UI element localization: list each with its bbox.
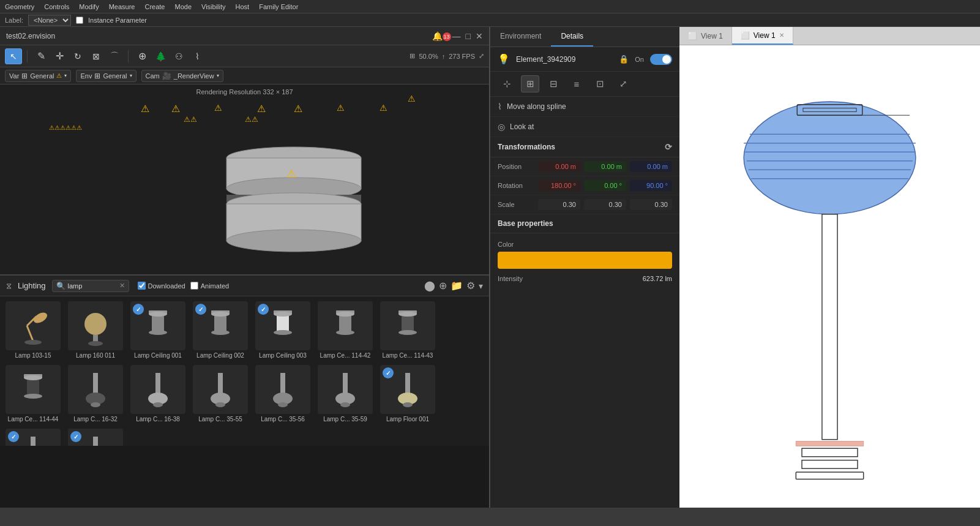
asset-item[interactable]: Lamp C... 16-32	[65, 363, 126, 425]
asset-item[interactable]: Lamp C... 35-56	[252, 363, 313, 425]
asset-item[interactable]: ✓Lamp Floor 002	[2, 426, 64, 446]
asset-item[interactable]: Lamp Ce... 114-44	[2, 363, 64, 425]
asset-item[interactable]: ✓Lamp Ceiling 002	[190, 299, 251, 361]
close-button[interactable]: ✕	[476, 31, 483, 41]
menu-host[interactable]: Host	[236, 3, 250, 10]
rotation-x[interactable]: 180.00 °	[538, 180, 580, 191]
filter2-icon[interactable]: ⊕	[439, 280, 447, 291]
look-at-row[interactable]: ◎ Look at	[490, 117, 679, 137]
scale-x[interactable]: 0.30	[538, 199, 580, 210]
settings-icon[interactable]: ⚙	[466, 280, 475, 291]
position-z[interactable]: 0.00 m	[630, 161, 672, 172]
downloaded-filter[interactable]: Downloaded	[138, 282, 185, 290]
spline-row[interactable]: ⌇ Move along spline	[490, 97, 679, 117]
animated-filter[interactable]: Animated	[190, 282, 229, 290]
search-input[interactable]	[68, 282, 117, 290]
label-bar: Label: <None> Instance Parameter	[0, 13, 980, 27]
place-tool[interactable]: ⊕	[133, 48, 151, 64]
connect-icon[interactable]: ⊹	[498, 75, 516, 92]
asset-thumb-svg	[9, 368, 58, 411]
lock-icon[interactable]: 🔒	[619, 54, 629, 64]
reset-transform-icon[interactable]: ⟳	[665, 142, 672, 152]
asset-item[interactable]: Lamp Ce... 114-43	[377, 299, 438, 361]
asset-label: Lamp C... 35-56	[261, 416, 305, 423]
menu-family-editor[interactable]: Family Editor	[259, 3, 298, 10]
tree-tool[interactable]: 🌲	[152, 48, 169, 64]
scale-tool[interactable]: ⊠	[88, 48, 105, 64]
instance-parameter-checkbox[interactable]	[76, 17, 83, 24]
asset-item[interactable]: Lamp C... 35-55	[190, 363, 251, 425]
tab-details[interactable]: Details	[551, 27, 593, 47]
menu-controls[interactable]: Controls	[44, 3, 69, 10]
expand-viewport-icon[interactable]: ⤢	[479, 52, 484, 60]
list-view-icon[interactable]: ≡	[567, 75, 586, 92]
sphere-icon[interactable]: ⬤	[424, 280, 435, 291]
people-tool[interactable]: ⚇	[170, 48, 187, 64]
panel-view-icon[interactable]: ⊡	[591, 75, 609, 92]
3d-lamp-object[interactable]: ⚠	[214, 133, 373, 264]
expand-icon[interactable]: ⤢	[614, 75, 632, 92]
svg-point-38	[24, 394, 42, 399]
menu-modify[interactable]: Modify	[79, 3, 99, 10]
position-x[interactable]: 0.00 m	[538, 161, 580, 172]
menu-measure[interactable]: Measure	[109, 3, 135, 10]
select-tool[interactable]: ↖	[5, 48, 22, 64]
position-y[interactable]: 0.00 m	[584, 161, 626, 172]
svg-point-56	[403, 402, 413, 407]
brush-tool[interactable]: ✎	[32, 48, 50, 64]
filter-icon[interactable]: ⧖	[6, 281, 12, 291]
revit-tab-close[interactable]: ✕	[779, 32, 784, 39]
path-tool[interactable]: ⌇	[189, 48, 206, 64]
asset-item[interactable]: ✓Lamp Ceiling 001	[127, 299, 189, 361]
base-properties-title: Base properties	[498, 219, 553, 228]
var-dropdown[interactable]: Var ⊞ General ⚠ ▾	[5, 70, 71, 82]
svg-point-37	[24, 375, 42, 380]
zoom-icon: ⊞	[410, 52, 415, 60]
rotate-tool[interactable]: ↻	[69, 48, 86, 64]
on-toggle[interactable]	[650, 54, 672, 65]
asset-item[interactable]: ✓Lamp Ceiling 003	[252, 299, 313, 361]
tab-environment[interactable]: Environment	[490, 27, 551, 47]
revit-view-icon-2: ⬜	[741, 31, 750, 40]
revit-tab-view1-inactive[interactable]: ⬜ View 1	[679, 27, 732, 45]
revit-viewport[interactable]	[679, 45, 980, 508]
rotation-z[interactable]: 90.00 °	[630, 180, 672, 191]
minimize-button[interactable]: —	[452, 31, 461, 41]
menu-geometry[interactable]: Geometry	[5, 3, 34, 10]
properties-tabs: Environment Details	[490, 27, 679, 47]
fps-display: ⊞ 50.0% ↑ 273 FPS ⤢	[410, 52, 484, 60]
asset-item[interactable]: Lamp C... 16-38	[127, 363, 189, 425]
envision-toolbar: ↖ ✎ ✛ ↻ ⊠ ⌒ ⊕ 🌲 ⚇ ⌇ ⊞ 50.0% ↑ 273 FPS	[0, 45, 489, 67]
color-swatch[interactable]	[498, 252, 672, 269]
asset-item[interactable]: Lamp C... 35-59	[315, 363, 376, 425]
menu-create[interactable]: Create	[144, 3, 165, 10]
more-icon[interactable]: ▾	[479, 281, 483, 291]
revit-tab-view1-active[interactable]: ⬜ View 1 ✕	[732, 27, 793, 45]
env-dropdown[interactable]: Env ⊞ General ▾	[76, 70, 136, 82]
asset-item[interactable]: Lamp 103-15	[2, 299, 64, 361]
asset-item[interactable]: Lamp 160 011	[65, 299, 126, 361]
asset-item[interactable]: ✓Lamp Floor 003	[65, 426, 126, 446]
move-tool[interactable]: ✛	[51, 48, 68, 64]
menu-visibility[interactable]: Visibility	[201, 3, 226, 10]
cam-dropdown[interactable]: Cam 🎥 _RenderView ▾	[141, 70, 223, 82]
asset-item[interactable]: ✓Lamp Floor 001	[377, 363, 438, 425]
scale-label: Scale	[498, 201, 534, 208]
clear-search-icon[interactable]: ✕	[119, 282, 125, 290]
menu-mode[interactable]: Mode	[175, 3, 192, 10]
asset-item[interactable]: Lamp Ce... 114-42	[315, 299, 376, 361]
table-view-icon[interactable]: ⊟	[544, 75, 563, 92]
maximize-button[interactable]: □	[466, 31, 471, 41]
svg-point-53	[340, 402, 350, 407]
lasso-tool[interactable]: ⌒	[106, 48, 123, 64]
rotation-y[interactable]: 0.00 °	[584, 180, 626, 191]
notification-badge: 13	[443, 32, 451, 41]
fps-value: 273 FPS	[449, 53, 475, 60]
scale-y[interactable]: 0.30	[584, 199, 626, 210]
viewport-3d[interactable]: Rendering Resolution 332 × 187 ⚠ ⚠ ⚠ ⚠ ⚠…	[0, 85, 489, 274]
bell-icon[interactable]: 🔔	[432, 31, 443, 41]
scale-z[interactable]: 0.30	[630, 199, 672, 210]
grid-view-icon[interactable]: ⊞	[521, 75, 539, 92]
label-select[interactable]: <None>	[28, 15, 71, 26]
folder-icon[interactable]: 📁	[451, 280, 463, 291]
